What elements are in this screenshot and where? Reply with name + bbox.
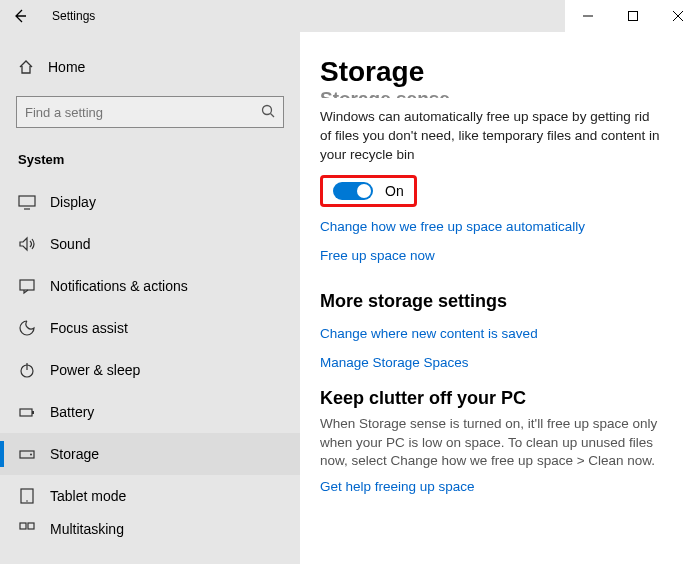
power-icon	[18, 361, 36, 379]
storage-sense-toggle-highlight: On	[320, 175, 417, 207]
sidebar-item-label: Notifications & actions	[50, 278, 188, 294]
svg-rect-8	[20, 280, 34, 290]
tablet-icon	[18, 487, 36, 505]
sidebar-item-label: Display	[50, 194, 96, 210]
window-title: Settings	[40, 9, 95, 23]
svg-point-14	[30, 454, 32, 456]
svg-rect-11	[20, 409, 32, 416]
back-button[interactable]	[0, 0, 40, 32]
battery-icon	[18, 403, 36, 421]
sidebar-item-label: Power & sleep	[50, 362, 140, 378]
sidebar-item-tablet-mode[interactable]: Tablet mode	[0, 475, 300, 517]
sidebar-item-sound[interactable]: Sound	[0, 223, 300, 265]
search-icon	[261, 104, 275, 121]
sidebar-item-power[interactable]: Power & sleep	[0, 349, 300, 391]
minimize-button[interactable]	[565, 0, 610, 32]
sidebar-item-label: Battery	[50, 404, 94, 420]
link-change-auto[interactable]: Change how we free up space automaticall…	[320, 219, 672, 234]
sidebar-item-label: Focus assist	[50, 320, 128, 336]
sidebar-item-label: Tablet mode	[50, 488, 126, 504]
multitasking-icon	[18, 521, 36, 537]
link-change-where[interactable]: Change where new content is saved	[320, 326, 672, 341]
page-title: Storage	[320, 56, 672, 88]
svg-rect-6	[19, 196, 35, 206]
sidebar-item-label: Sound	[50, 236, 90, 252]
back-arrow-icon	[12, 8, 28, 24]
svg-rect-1	[628, 12, 637, 21]
notifications-icon	[18, 277, 36, 295]
sidebar-item-focus-assist[interactable]: Focus assist	[0, 307, 300, 349]
home-nav[interactable]: Home	[0, 50, 300, 84]
home-label: Home	[48, 59, 85, 75]
maximize-button[interactable]	[610, 0, 655, 32]
svg-point-16	[26, 500, 28, 502]
sidebar-item-notifications[interactable]: Notifications & actions	[0, 265, 300, 307]
keep-clutter-description: When Storage sense is turned on, it'll f…	[320, 415, 660, 472]
storage-sense-description: Windows can automatically free up space …	[320, 108, 660, 165]
search-input-wrap[interactable]	[16, 96, 284, 128]
focus-assist-icon	[18, 319, 36, 337]
content-pane: Storage Storage sense Windows can automa…	[300, 32, 700, 564]
sidebar-item-display[interactable]: Display	[0, 181, 300, 223]
keep-clutter-heading: Keep clutter off your PC	[320, 388, 672, 409]
window-controls	[565, 0, 700, 32]
sidebar-item-multitasking[interactable]: Multitasking	[0, 517, 300, 537]
display-icon	[18, 193, 36, 211]
svg-line-5	[271, 113, 275, 117]
sidebar-item-label: Multitasking	[50, 521, 124, 537]
sidebar: Home System Display Sound Notifications …	[0, 32, 300, 564]
home-icon	[18, 59, 34, 75]
sound-icon	[18, 235, 36, 253]
link-help-freeing[interactable]: Get help freeing up space	[320, 479, 672, 494]
titlebar: Settings	[0, 0, 700, 32]
sidebar-item-battery[interactable]: Battery	[0, 391, 300, 433]
storage-sense-toggle[interactable]	[333, 182, 373, 200]
svg-point-4	[263, 105, 272, 114]
section-title: System	[0, 140, 300, 181]
svg-rect-17	[20, 523, 26, 529]
sidebar-item-storage[interactable]: Storage	[0, 433, 300, 475]
link-free-now[interactable]: Free up space now	[320, 248, 672, 263]
storage-icon	[18, 445, 36, 463]
more-settings-heading: More storage settings	[320, 291, 672, 312]
close-button[interactable]	[655, 0, 700, 32]
sidebar-item-label: Storage	[50, 446, 99, 462]
storage-sense-heading-cutoff: Storage sense	[320, 88, 672, 98]
toggle-knob	[357, 184, 371, 198]
toggle-state-label: On	[385, 183, 404, 199]
search-input[interactable]	[25, 105, 245, 120]
svg-rect-18	[28, 523, 34, 529]
svg-rect-12	[32, 411, 34, 414]
link-manage-spaces[interactable]: Manage Storage Spaces	[320, 355, 672, 370]
